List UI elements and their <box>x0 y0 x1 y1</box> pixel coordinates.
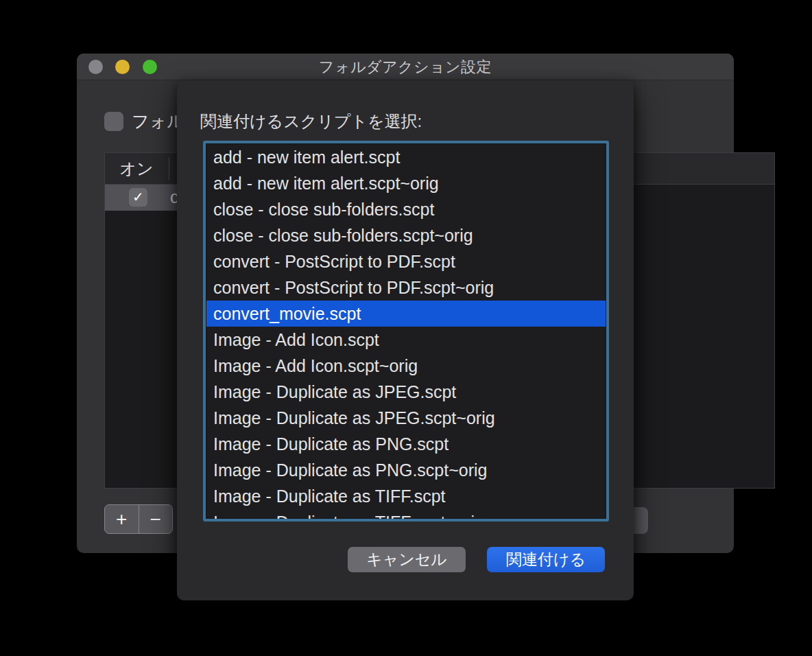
script-list-item[interactable]: Image - Duplicate as TIFF.scpt <box>206 483 606 509</box>
titlebar[interactable]: フォルダアクション設定 <box>77 54 734 80</box>
add-folder-button[interactable]: + <box>105 505 139 533</box>
script-list[interactable]: add - new item alert.scpt add - new item… <box>203 141 609 522</box>
script-list-item[interactable]: Image - Add Icon.scpt <box>206 327 606 353</box>
script-list-item[interactable]: Image - Duplicate as JPEG.scpt~orig <box>206 405 606 431</box>
script-list-item[interactable]: Image - Duplicate as PNG.scpt <box>206 431 606 457</box>
window-title: フォルダアクション設定 <box>77 54 734 80</box>
screen: フォルダアクション設定 フォルダ オン ✓ c + − 集 <box>0 0 812 656</box>
remove-folder-button[interactable]: − <box>139 505 173 533</box>
add-remove-segmented-control: + − <box>104 504 173 534</box>
enable-folder-actions-checkbox[interactable] <box>104 112 123 131</box>
cancel-button[interactable]: キャンセル <box>348 547 466 572</box>
script-list-item-selected[interactable]: convert_movie.scpt <box>206 301 606 327</box>
script-list-item[interactable]: close - close sub-folders.scpt <box>206 196 606 222</box>
script-list-item[interactable]: Image - Add Icon.scpt~orig <box>206 353 606 379</box>
enable-folder-actions-row: フォルダ <box>104 110 177 132</box>
enable-folder-actions-label: フォルダ <box>132 110 177 132</box>
script-list-item[interactable]: Image - Duplicate as TIFF.scpt~orig <box>206 509 606 522</box>
script-list-item[interactable]: close - close sub-folders.scpt~orig <box>206 222 606 248</box>
folder-enabled-checkbox[interactable]: ✓ <box>129 188 147 207</box>
associate-button[interactable]: 関連付ける <box>487 547 605 572</box>
script-list-inner: add - new item alert.scpt add - new item… <box>206 143 606 519</box>
choose-script-sheet: 関連付けるスクリプトを選択: add - new item alert.scpt… <box>177 80 634 600</box>
on-column-header[interactable]: オン <box>105 153 168 185</box>
script-list-item[interactable]: add - new item alert.scpt <box>206 144 606 170</box>
column-divider[interactable] <box>169 157 169 180</box>
script-list-item[interactable]: Image - Duplicate as JPEG.scpt <box>206 379 606 405</box>
script-list-item[interactable]: convert - PostScript to PDF.scpt~orig <box>206 274 606 301</box>
script-list-item[interactable]: Image - Duplicate as PNG.scpt~orig <box>206 457 606 483</box>
script-list-item[interactable]: add - new item alert.scpt~orig <box>206 170 606 196</box>
script-list-item[interactable]: convert - PostScript to PDF.scpt <box>206 248 606 274</box>
sheet-prompt: 関連付けるスクリプトを選択: <box>200 110 422 132</box>
